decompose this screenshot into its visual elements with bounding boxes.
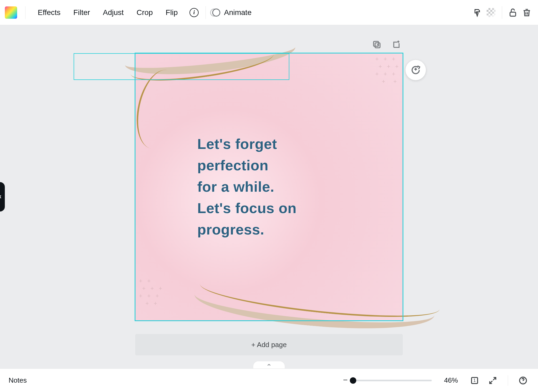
cross-pattern-decoration: + + + + + ++ + + + + xyxy=(375,55,400,85)
color-swatch[interactable] xyxy=(5,6,17,19)
fullscreen-button[interactable] xyxy=(486,374,499,387)
image-edit-toolbar: Effects Filter Adjust Crop Flip i Animat… xyxy=(0,0,538,25)
svg-rect-0 xyxy=(510,12,516,16)
duplicate-page-icon[interactable] xyxy=(370,38,383,51)
divider xyxy=(206,6,206,19)
quote-line: Let's focus on xyxy=(197,200,297,216)
animate-icon xyxy=(210,8,220,17)
design-page[interactable]: + + + + + ++ + + + + Let's forget perfec… xyxy=(135,53,403,321)
page-thumbnails-button[interactable]: 1 xyxy=(468,374,481,387)
page-count: 1 xyxy=(473,378,476,383)
filter-button[interactable]: Filter xyxy=(67,6,96,20)
effects-button[interactable]: Effects xyxy=(32,6,66,20)
quote-line: perfection xyxy=(197,157,268,173)
canvas-stage[interactable]: + + + + + ++ + + + + Let's forget perfec… xyxy=(0,25,538,368)
divider xyxy=(25,6,25,19)
zoom-track[interactable] xyxy=(351,380,432,381)
animate-button[interactable]: Animate xyxy=(224,6,257,20)
quote-line: for a while. xyxy=(197,179,274,195)
help-button[interactable] xyxy=(517,374,529,387)
expand-side-panel-handle[interactable] xyxy=(0,182,5,212)
divider xyxy=(502,6,502,19)
transparency-icon xyxy=(487,8,496,17)
copy-style-icon[interactable] xyxy=(471,6,484,19)
zoom-thumb[interactable] xyxy=(350,377,356,384)
info-icon[interactable]: i xyxy=(190,8,199,17)
add-page-icon[interactable] xyxy=(390,38,403,51)
quote-line: Let's forget xyxy=(197,136,277,152)
zoom-slider[interactable]: − xyxy=(343,375,432,386)
adjust-button[interactable]: Adjust xyxy=(97,6,130,20)
flip-button[interactable]: Flip xyxy=(160,6,184,20)
crop-button[interactable]: Crop xyxy=(131,6,159,20)
svg-rect-1 xyxy=(374,41,378,46)
zoom-out-icon[interactable]: − xyxy=(343,375,348,386)
quote-text[interactable]: Let's forget perfection for a while. Let… xyxy=(197,133,371,240)
divider xyxy=(508,375,508,386)
footer-bar: Notes − 46% 1 xyxy=(0,368,538,392)
notes-button[interactable]: Notes xyxy=(9,376,27,385)
delete-button[interactable] xyxy=(520,6,533,19)
timeline-expand-handle[interactable] xyxy=(253,361,285,368)
add-comment-button[interactable] xyxy=(406,60,426,80)
lock-button[interactable] xyxy=(506,6,519,19)
svg-point-5 xyxy=(523,382,523,383)
cross-pattern-decoration: + + + + ++ + + + + xyxy=(139,277,164,307)
zoom-value[interactable]: 46% xyxy=(444,376,458,385)
quote-line: progress. xyxy=(197,221,264,237)
transparency-button[interactable] xyxy=(485,6,498,19)
add-page-button[interactable]: + Add page xyxy=(135,334,403,355)
